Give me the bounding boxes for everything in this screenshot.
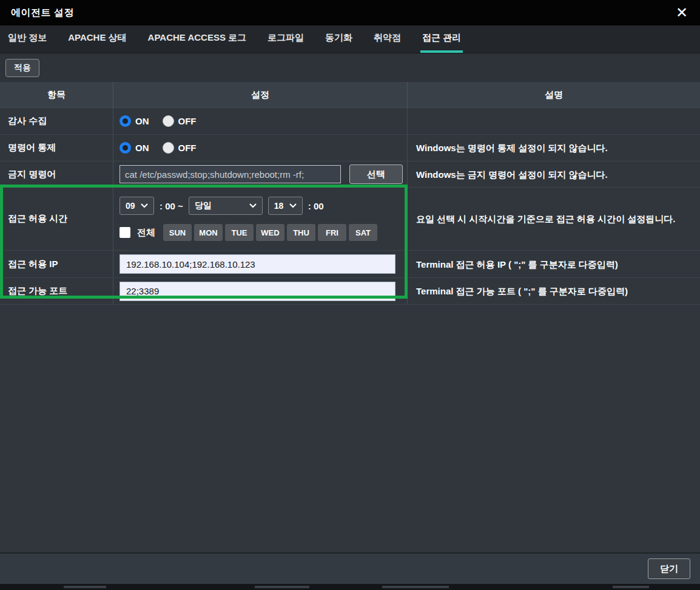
tab-bar: 일반 정보 APACHE 상태 APACHE ACCESS 로그 로그파일 동기… bbox=[0, 25, 700, 53]
chevron-down-icon bbox=[249, 203, 257, 208]
tab-label: 접근 관리 bbox=[422, 32, 461, 44]
row-description: Windows는 명령어 통제 설정이 되지 않습니다. bbox=[408, 135, 700, 161]
allow-ip-input[interactable] bbox=[119, 254, 395, 274]
table-row-audit-collect: 감사 수집 ON OFF bbox=[0, 108, 700, 135]
allow-port-setting-cell bbox=[113, 278, 408, 304]
radio-on-label: ON bbox=[135, 116, 149, 126]
radio-off-label: OFF bbox=[178, 116, 197, 126]
tab-label: APACHE ACCESS 로그 bbox=[148, 32, 247, 44]
select-button[interactable]: 선택 bbox=[349, 164, 403, 184]
day-button-sun[interactable]: SUN bbox=[163, 224, 192, 241]
tab-label: APACHE 상태 bbox=[68, 32, 126, 44]
row-description: 요일 선택 시 시작시간을 기준으로 접근 허용 시간이 설정됩니다. bbox=[408, 188, 700, 250]
agent-settings-dialog: 에이전트 설정 ✕ 일반 정보 APACHE 상태 APACHE ACCESS … bbox=[0, 0, 700, 590]
tab-label: 로그파일 bbox=[268, 32, 304, 44]
table-row-command-control: 명령어 통제 ON OFF Windows는 명령어 통제 설정이 되지 않습니… bbox=[0, 135, 700, 161]
column-header-item: 항목 bbox=[0, 82, 113, 107]
row-label: 접근 가능 포트 bbox=[0, 278, 113, 304]
allow-ip-setting-cell bbox=[113, 251, 408, 277]
radio-off-icon bbox=[163, 142, 174, 154]
close-icon[interactable]: ✕ bbox=[675, 5, 689, 20]
audit-setting-cell: ON OFF bbox=[113, 108, 408, 134]
all-days-label: 전체 bbox=[137, 227, 155, 239]
day-button-thu[interactable]: THU bbox=[287, 224, 315, 241]
day-button-mon[interactable]: MON bbox=[194, 224, 223, 241]
dialog-title: 에이전트 설정 bbox=[11, 7, 74, 19]
chevron-down-icon bbox=[141, 203, 148, 208]
radio-on-icon bbox=[119, 115, 131, 127]
radio-off-label: OFF bbox=[178, 143, 197, 153]
close-button[interactable]: 닫기 bbox=[648, 558, 690, 579]
column-header-description: 설명 bbox=[408, 82, 700, 107]
title-bar: 에이전트 설정 ✕ bbox=[0, 0, 700, 25]
day-button-sat[interactable]: SAT bbox=[349, 224, 377, 241]
toolbar: 적용 bbox=[0, 53, 700, 82]
access-time-setting-cell: 09 : 00 ~ 당일 18 : 00 전체 SUN MON bbox=[113, 188, 408, 250]
tab-log-file[interactable]: 로그파일 bbox=[266, 25, 306, 53]
table-header: 항목 설정 설명 bbox=[0, 82, 700, 108]
chevron-down-icon bbox=[289, 203, 297, 208]
day-button-wed[interactable]: WED bbox=[256, 224, 284, 241]
footer-bar: 닫기 bbox=[0, 552, 700, 584]
tab-general-info[interactable]: 일반 정보 bbox=[6, 25, 49, 53]
apply-button[interactable]: 적용 bbox=[5, 59, 39, 77]
table-empty-area bbox=[0, 305, 700, 552]
row-label: 감사 수집 bbox=[0, 108, 113, 134]
start-hour-value: 09 bbox=[126, 201, 135, 211]
table-row-access-time: 접근 허용 시간 09 : 00 ~ 당일 18 : 00 bbox=[0, 188, 700, 251]
end-hour-select[interactable]: 18 bbox=[268, 197, 303, 215]
table-row-allow-ip: 접근 허용 IP Terminal 접근 허용 IP ( ";" 를 구분자로 … bbox=[0, 251, 700, 278]
audit-off-radio[interactable]: OFF bbox=[163, 115, 197, 127]
end-hour-value: 18 bbox=[274, 201, 284, 211]
row-description: Windows는 금지 명령어 설정이 되지 않습니다. bbox=[408, 161, 700, 187]
row-label: 접근 허용 IP bbox=[0, 251, 113, 277]
start-minute-label: : 00 ~ bbox=[160, 201, 183, 211]
day-button-fri[interactable]: FRI bbox=[318, 224, 346, 241]
tab-label: 일반 정보 bbox=[8, 32, 47, 44]
command-control-setting-cell: ON OFF bbox=[113, 135, 408, 161]
row-label: 금지 명령어 bbox=[0, 161, 113, 187]
tab-access-management[interactable]: 접근 관리 bbox=[420, 25, 463, 53]
day-button-tue[interactable]: TUE bbox=[225, 224, 254, 241]
row-description: Terminal 접근 허용 IP ( ";" 를 구분자로 다중입력) bbox=[408, 251, 700, 277]
row-label: 접근 허용 시간 bbox=[0, 188, 113, 250]
radio-on-label: ON bbox=[135, 143, 149, 153]
audit-on-radio[interactable]: ON bbox=[119, 115, 149, 127]
row-description: Terminal 접근 가능 포트 ( ";" 를 구분자로 다중입력) bbox=[408, 278, 700, 304]
banned-commands-setting-cell: 선택 bbox=[113, 161, 408, 187]
tab-apache-status[interactable]: APACHE 상태 bbox=[66, 25, 128, 53]
background-window-strip bbox=[0, 584, 700, 590]
tab-sync[interactable]: 동기화 bbox=[323, 25, 354, 53]
day-type-select[interactable]: 당일 bbox=[189, 197, 263, 215]
row-label: 명령어 통제 bbox=[0, 135, 113, 161]
radio-off-icon bbox=[163, 115, 174, 127]
table-row-allow-port: 접근 가능 포트 Terminal 접근 가능 포트 ( ";" 를 구분자로 … bbox=[0, 278, 700, 305]
tab-apache-access-log[interactable]: APACHE ACCESS 로그 bbox=[146, 25, 249, 53]
command-control-on-radio[interactable]: ON bbox=[119, 142, 149, 154]
tab-vulnerability[interactable]: 취약점 bbox=[372, 25, 403, 53]
radio-on-icon bbox=[119, 142, 131, 154]
tab-label: 취약점 bbox=[374, 32, 401, 44]
banned-commands-input[interactable] bbox=[119, 165, 341, 183]
column-header-setting: 설정 bbox=[113, 82, 408, 107]
end-minute-label: : 00 bbox=[308, 201, 324, 211]
allow-port-input[interactable] bbox=[119, 282, 395, 301]
tab-label: 동기화 bbox=[325, 32, 352, 44]
command-control-off-radio[interactable]: OFF bbox=[163, 142, 197, 154]
start-hour-select[interactable]: 09 bbox=[119, 197, 154, 215]
day-type-value: 당일 bbox=[195, 200, 212, 211]
row-description bbox=[408, 108, 700, 134]
table-row-banned-commands: 금지 명령어 선택 Windows는 금지 명령어 설정이 되지 않습니다. bbox=[0, 161, 700, 188]
all-days-checkbox[interactable] bbox=[119, 227, 130, 238]
